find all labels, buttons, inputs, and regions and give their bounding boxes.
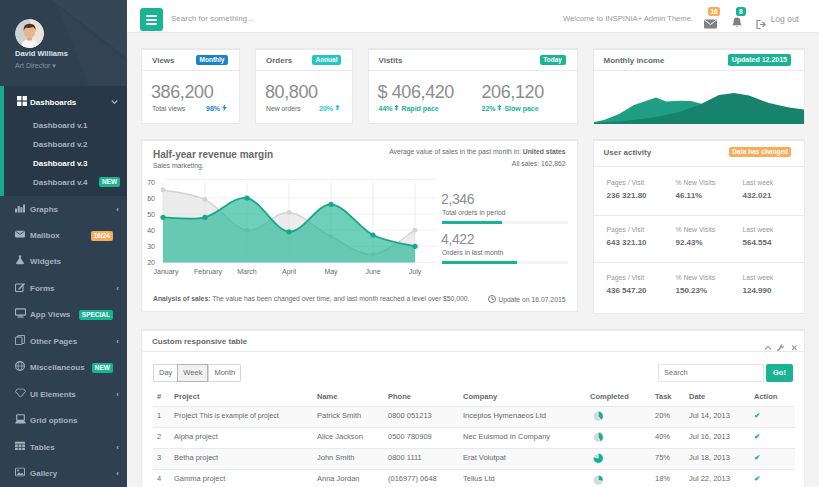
svg-text:June: June	[365, 268, 380, 275]
svg-text:April: April	[282, 268, 296, 276]
svg-text:70: 70	[147, 178, 155, 185]
svg-text:20: 20	[147, 259, 155, 266]
svg-text:40: 40	[147, 227, 155, 234]
svg-text:July: July	[409, 268, 422, 276]
svg-text:60: 60	[147, 194, 155, 201]
svg-text:January: January	[154, 268, 179, 276]
svg-text:50: 50	[147, 211, 155, 218]
svg-text:30: 30	[147, 243, 155, 250]
svg-text:February: February	[194, 268, 223, 276]
svg-text:March: March	[237, 268, 257, 275]
svg-text:May: May	[324, 268, 338, 276]
